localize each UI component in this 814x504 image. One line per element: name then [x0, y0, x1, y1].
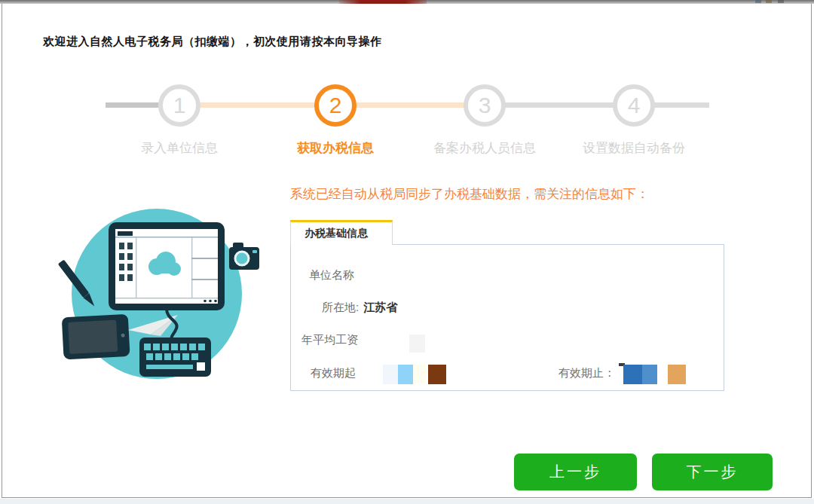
step-number: 3: [479, 94, 491, 117]
background-window-control-remnant: [778, 0, 784, 3]
next-step-button[interactable]: 下一步: [652, 454, 773, 490]
redacted-value-block: [398, 365, 413, 384]
keyboard-icon: [139, 338, 211, 377]
field-label-company-name: 单位名称: [309, 268, 354, 283]
field-label-valid-to: 有效期止：: [558, 366, 615, 380]
tablet-icon: [62, 314, 130, 360]
step-label-auto-backup: 设置数据自动备份: [552, 139, 715, 156]
field-location: 所在地:江苏省: [322, 301, 397, 315]
step-number: 1: [173, 94, 186, 117]
step-number: 2: [329, 94, 342, 117]
field-label-valid-from: 有效期起: [311, 366, 356, 380]
step-circle-2: 2: [314, 84, 357, 127]
stepper-connector: [505, 102, 614, 108]
camera-icon: [229, 243, 259, 270]
redacted-value-block: [428, 365, 446, 384]
previous-step-button[interactable]: 上一步: [514, 454, 637, 490]
step-label-enter-company-info: 录入单位信息: [112, 139, 247, 156]
redacted-value-block: [642, 365, 657, 384]
redacted-value-block: [383, 365, 398, 384]
redacted-value-block: [668, 365, 686, 384]
stepper-connector: [106, 102, 159, 108]
step-circle-1: 1: [158, 84, 200, 127]
stepper-connector: [200, 102, 315, 108]
field-label-location: 所在地:: [322, 301, 359, 313]
background-window-control-remnant: [766, 0, 772, 3]
tab-basic-tax-info[interactable]: 办税基础信息: [290, 220, 393, 245]
monitor-icon: [109, 222, 225, 310]
stepper-connector: [356, 102, 464, 108]
step-label-get-tax-info: 获取办税信息: [268, 139, 403, 156]
computer-workstation-illustration: [44, 205, 270, 423]
redacted-value-block: [623, 365, 642, 384]
page-background-strip: [0, 499, 814, 504]
redacted-value-block: [409, 334, 425, 353]
setup-wizard-window: 欢迎进入自然人电子税务局（扣缴端），初次使用请按本向导操作 1 2 3 4 录入…: [0, 0, 814, 504]
background-window-control-remnant: [755, 0, 761, 3]
stepper-connector: [654, 102, 709, 108]
field-value-location: 江苏省: [363, 301, 397, 313]
step-circle-4: 4: [613, 84, 655, 127]
redacted-value-block: [413, 365, 426, 384]
step-circle-3: 3: [464, 84, 506, 127]
step-label-register-tax-personnel: 备案办税人员信息: [403, 139, 566, 156]
wizard-title: 欢迎进入自然人电子税务局（扣缴端），初次使用请按本向导操作: [43, 35, 382, 49]
field-label-average-annual-salary: 年平均工资: [301, 333, 358, 347]
sync-status-message: 系统已经自动从税局同步了办税基础数据，需关注的信息如下：: [290, 185, 649, 203]
step-number: 4: [628, 94, 641, 117]
